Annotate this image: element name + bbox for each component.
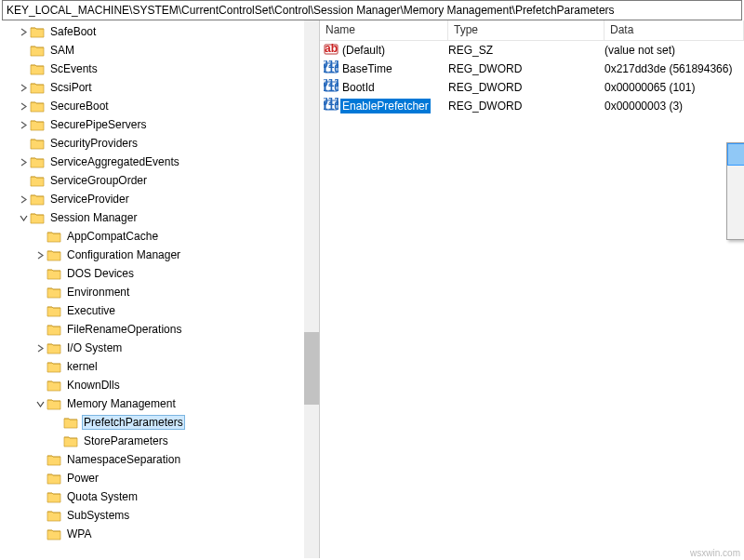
list-body: ab(Default)REG_SZ(value not set)011110Ba…	[320, 41, 744, 115]
tree-item-label: WPA	[65, 527, 93, 541]
expand-chevron-icon[interactable]	[33, 344, 46, 353]
expand-chevron-icon[interactable]	[33, 251, 46, 260]
svg-text:ab: ab	[325, 42, 338, 55]
tree-item[interactable]: ScsiPort	[0, 78, 319, 97]
tree-item-label: SecureBoot	[48, 99, 111, 113]
scrollbar-track[interactable]	[304, 20, 319, 558]
dword-icon: 011110	[324, 79, 340, 97]
tree-item[interactable]: Session Manager	[0, 208, 319, 227]
value-name: BootId	[340, 80, 377, 95]
tree-item[interactable]: KnownDlls	[0, 376, 319, 394]
tree-item-label: Executive	[65, 303, 117, 318]
tree-item-label: Configuration Manager	[65, 247, 182, 262]
value-row[interactable]: ab(Default)REG_SZ(value not set)	[320, 41, 744, 60]
tree-item[interactable]: I/O System	[0, 339, 319, 357]
ab-string-icon: ab	[324, 42, 340, 60]
column-header[interactable]: Name	[320, 20, 448, 40]
tree-item-label: Memory Management	[65, 396, 178, 411]
tree-item[interactable]: Quota System	[0, 487, 319, 506]
tree-pane[interactable]: SafeBootSAMScEventsScsiPortSecureBootSec…	[0, 20, 320, 558]
value-row[interactable]: 011110BootIdREG_DWORD0x00000065 (101)	[320, 78, 744, 97]
tree-item-label: SubSystems	[65, 508, 131, 523]
tree-item-label: ScsiPort	[48, 80, 94, 95]
tree-item[interactable]: PrefetchParameters	[0, 413, 319, 432]
tree-item[interactable]: StoreParameters	[0, 432, 319, 450]
expand-chevron-icon[interactable]	[17, 158, 30, 167]
value-data: 0x217dd3de (561894366)	[604, 62, 732, 75]
expand-chevron-icon[interactable]	[17, 195, 30, 204]
tree-item-label: NamespaceSeparation	[65, 452, 182, 467]
value-name: EnablePrefetcher	[340, 99, 431, 113]
tree-item-label: Power	[65, 471, 100, 486]
tree-item[interactable]: Configuration Manager	[0, 246, 319, 264]
menu-delete[interactable]: Delete	[727, 194, 744, 217]
tree-item-label: SecurityProviders	[48, 136, 140, 151]
scrollbar-thumb[interactable]	[304, 332, 319, 405]
column-header[interactable]: Type	[448, 20, 604, 40]
tree-item-label: Environment	[65, 285, 131, 300]
value-type: REG_SZ	[448, 44, 604, 57]
value-data: (value not set)	[604, 44, 675, 57]
address-text: KEY_LOCAL_MACHINE\SYSTEM\CurrentControlS…	[7, 4, 615, 17]
value-type: REG_DWORD	[448, 100, 604, 113]
value-type: REG_DWORD	[448, 81, 604, 94]
tree-item[interactable]: kernel	[0, 357, 319, 376]
tree-item-label: PrefetchParameters	[82, 415, 185, 430]
menu-rename[interactable]: Rename	[727, 217, 744, 239]
tree-item-label: ServiceProvider	[48, 192, 131, 207]
expand-chevron-icon[interactable]	[17, 214, 30, 222]
menu-modify[interactable]: Modify...	[727, 143, 744, 166]
tree-item-label: ScEvents	[48, 61, 100, 76]
column-header[interactable]: Data	[604, 20, 744, 40]
value-row[interactable]: 011110EnablePrefetcherREG_DWORD0x0000000…	[320, 97, 744, 115]
value-type: REG_DWORD	[448, 62, 604, 75]
tree-item[interactable]: SecurityProviders	[0, 134, 319, 153]
tree-item-label: I/O System	[65, 340, 124, 355]
expand-chevron-icon[interactable]	[17, 84, 30, 92]
dword-icon: 011110	[324, 60, 340, 78]
tree-item[interactable]: ServiceGroupOrder	[0, 171, 319, 190]
list-header: NameTypeData	[320, 20, 744, 41]
tree-item[interactable]: SecureBoot	[0, 97, 319, 115]
tree-item-label: SafeBoot	[48, 24, 98, 39]
tree-item-label: Quota System	[65, 489, 140, 504]
value-name: BaseTime	[340, 61, 394, 76]
tree-item[interactable]: WPA	[0, 525, 319, 543]
tree-item[interactable]: SafeBoot	[0, 22, 319, 41]
tree-item[interactable]: ServiceProvider	[0, 190, 319, 208]
tree-item-label: Session Manager	[48, 210, 139, 225]
tree-item-label: ServiceAggregatedEvents	[48, 154, 181, 169]
expand-chevron-icon[interactable]	[17, 28, 30, 36]
tree-item-label: FileRenameOperations	[65, 322, 183, 337]
tree-item[interactable]: AppCompatCache	[0, 227, 319, 246]
expand-chevron-icon[interactable]	[17, 102, 30, 111]
tree-item[interactable]: Power	[0, 469, 319, 487]
tree-item[interactable]: Memory Management	[0, 394, 319, 413]
tree-item-label: KnownDlls	[65, 378, 122, 393]
expand-chevron-icon[interactable]	[17, 121, 30, 129]
tree-item[interactable]: ServiceAggregatedEvents	[0, 153, 319, 171]
tree-item[interactable]: SubSystems	[0, 506, 319, 525]
context-menu: Modify... Modify Binary Data... Delete R…	[726, 142, 744, 240]
tree-item[interactable]: SAM	[0, 41, 319, 60]
tree-item[interactable]: SecurePipeServers	[0, 115, 319, 134]
tree-item[interactable]: FileRenameOperations	[0, 320, 319, 339]
value-data: 0x00000065 (101)	[604, 81, 695, 94]
tree-item[interactable]: Executive	[0, 301, 319, 320]
tree-item[interactable]: DOS Devices	[0, 264, 319, 283]
watermark: wsxwin.com	[690, 548, 740, 558]
expand-chevron-icon[interactable]	[33, 400, 46, 408]
tree-item[interactable]: ScEvents	[0, 60, 319, 78]
tree-item-label: StoreParameters	[82, 433, 170, 448]
tree-item-label: SAM	[48, 43, 76, 58]
address-bar[interactable]: KEY_LOCAL_MACHINE\SYSTEM\CurrentControlS…	[2, 0, 742, 20]
tree-item-label: DOS Devices	[65, 266, 136, 281]
value-row[interactable]: 011110BaseTimeREG_DWORD0x217dd3de (56189…	[320, 60, 744, 78]
tree-item-label: kernel	[65, 359, 100, 374]
menu-modify-binary[interactable]: Modify Binary Data...	[727, 166, 744, 188]
tree-item[interactable]: NamespaceSeparation	[0, 450, 319, 469]
dword-icon: 011110	[324, 98, 340, 115]
tree-item-label: ServiceGroupOrder	[48, 173, 149, 188]
tree-item[interactable]: Environment	[0, 283, 319, 301]
list-pane: NameTypeData ab(Default)REG_SZ(value not…	[320, 20, 744, 558]
